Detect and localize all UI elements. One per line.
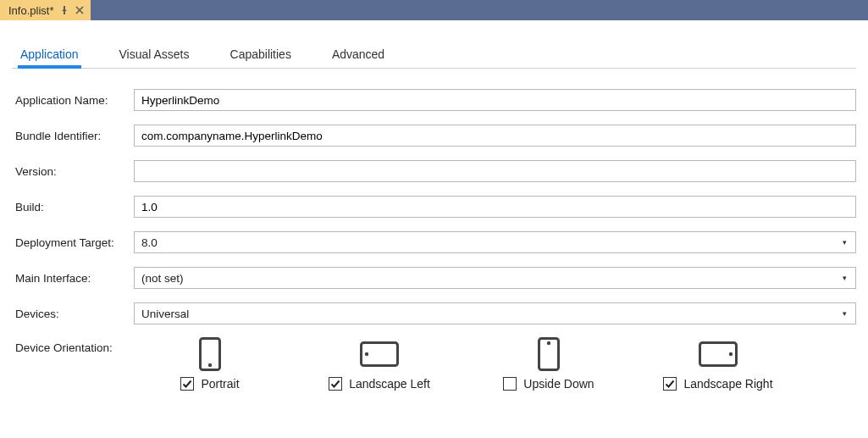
devices-value: Universal <box>141 308 189 320</box>
application-name-input[interactable] <box>134 89 856 111</box>
orientation-landscape-left-label: Landscape Left <box>349 377 430 391</box>
deployment-target-label: Deployment Target: <box>15 236 134 249</box>
orientation-landscape-left: Landscape Left <box>312 336 447 391</box>
editor-tabs: Application Visual Assets Capabilities A… <box>12 20 856 69</box>
svg-point-1 <box>208 363 212 367</box>
phone-landscape-left-icon <box>360 336 399 372</box>
svg-point-5 <box>547 341 550 345</box>
phone-portrait-icon <box>199 336 221 372</box>
chevron-down-icon: ▾ <box>843 274 847 282</box>
phone-upside-down-icon <box>538 336 560 372</box>
pin-icon[interactable] <box>60 6 69 14</box>
orientation-landscape-left-checkbox[interactable]: Landscape Left <box>329 377 430 391</box>
deployment-target-value: 8.0 <box>141 236 158 249</box>
orientation-portrait-checkbox[interactable]: Portrait <box>180 377 239 391</box>
orientation-portrait-label: Portrait <box>201 377 239 391</box>
device-orientation-label: Device Orientation: <box>15 336 134 354</box>
deployment-target-select[interactable]: 8.0 ▾ <box>134 231 856 253</box>
orientation-upside-down: Upside Down <box>481 336 616 391</box>
tab-visual-assets[interactable]: Visual Assets <box>118 42 191 68</box>
build-input[interactable] <box>134 196 856 218</box>
main-interface-select[interactable]: (not set) ▾ <box>134 267 856 289</box>
bundle-identifier-label: Bundle Identifier: <box>15 130 134 142</box>
close-icon[interactable] <box>75 6 84 14</box>
devices-label: Devices: <box>15 308 134 320</box>
devices-select[interactable]: Universal ▾ <box>134 302 856 324</box>
tab-advanced[interactable]: Advanced <box>330 42 386 68</box>
orientation-upside-down-label: Upside Down <box>523 377 594 391</box>
phone-landscape-right-icon <box>699 336 738 372</box>
tab-application[interactable]: Application <box>19 42 80 68</box>
version-label: Version: <box>15 165 134 178</box>
build-label: Build: <box>15 201 134 213</box>
bundle-identifier-input[interactable] <box>134 125 856 147</box>
orientation-landscape-right: Landscape Right <box>650 336 786 391</box>
svg-point-3 <box>365 352 368 356</box>
file-tab[interactable]: Info.plist* <box>0 0 91 20</box>
orientation-landscape-right-label: Landscape Right <box>683 377 772 391</box>
tab-capabilities[interactable]: Capabilities <box>229 42 293 68</box>
chevron-down-icon: ▾ <box>843 238 847 247</box>
application-form: Application Name: Bundle Identifier: Ver… <box>12 69 856 391</box>
application-name-label: Application Name: <box>15 94 134 107</box>
orientation-upside-down-checkbox[interactable]: Upside Down <box>503 377 594 391</box>
version-input[interactable] <box>134 160 856 182</box>
svg-point-7 <box>729 352 733 356</box>
orientation-portrait: Portrait <box>142 336 278 391</box>
main-interface-label: Main Interface: <box>15 272 134 285</box>
title-bar: Info.plist* <box>0 0 868 20</box>
file-tab-title: Info.plist* <box>8 4 53 17</box>
orientation-landscape-right-checkbox[interactable]: Landscape Right <box>663 377 772 391</box>
main-interface-value: (not set) <box>141 272 184 285</box>
chevron-down-icon: ▾ <box>843 309 847 318</box>
